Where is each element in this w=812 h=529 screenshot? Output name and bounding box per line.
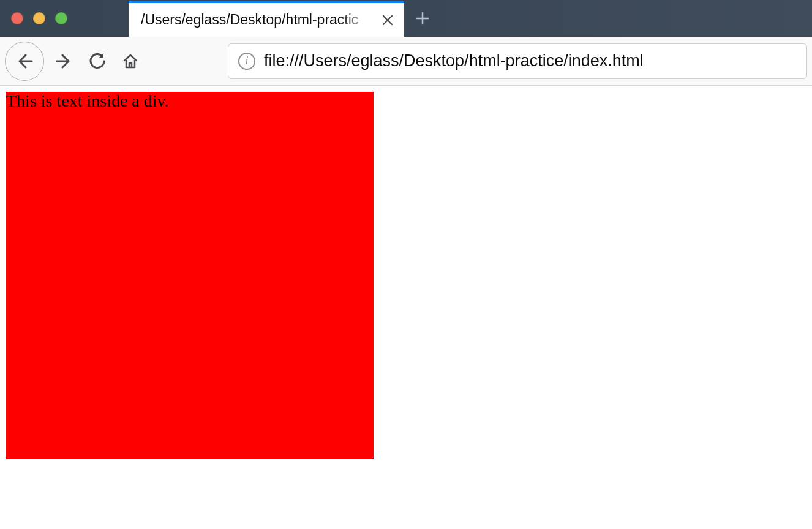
url-text: file:///Users/eglass/Desktop/html-practi… (264, 51, 644, 70)
tab-title: /Users/eglass/Desktop/html-practic (141, 12, 374, 28)
new-tab-button[interactable] (404, 0, 441, 37)
active-tab[interactable]: /Users/eglass/Desktop/html-practic (129, 1, 404, 37)
content-div: This is text inside a div. (6, 92, 374, 459)
reload-icon (89, 53, 106, 70)
close-tab-button[interactable] (378, 11, 397, 29)
close-window-button[interactable] (11, 12, 23, 24)
browser-toolbar: i file:///Users/eglass/Desktop/html-prac… (0, 37, 812, 86)
back-arrow-icon (15, 52, 34, 70)
reload-button[interactable] (82, 46, 113, 77)
home-icon (122, 53, 139, 70)
plus-icon (415, 11, 430, 26)
close-icon (382, 15, 393, 26)
minimize-window-button[interactable] (33, 12, 45, 24)
maximize-window-button[interactable] (55, 12, 67, 24)
page-viewport: This is text inside a div. (0, 86, 812, 465)
traffic-lights (0, 0, 129, 37)
back-button[interactable] (5, 42, 44, 81)
window-titlebar: /Users/eglass/Desktop/html-practic (0, 0, 812, 37)
home-button[interactable] (115, 46, 146, 77)
address-bar[interactable]: i file:///Users/eglass/Desktop/html-prac… (228, 43, 807, 79)
forward-arrow-icon (56, 53, 73, 70)
page-info-icon[interactable]: i (238, 53, 255, 70)
div-text: This is text inside a div. (6, 91, 169, 110)
forward-button[interactable] (49, 46, 80, 77)
